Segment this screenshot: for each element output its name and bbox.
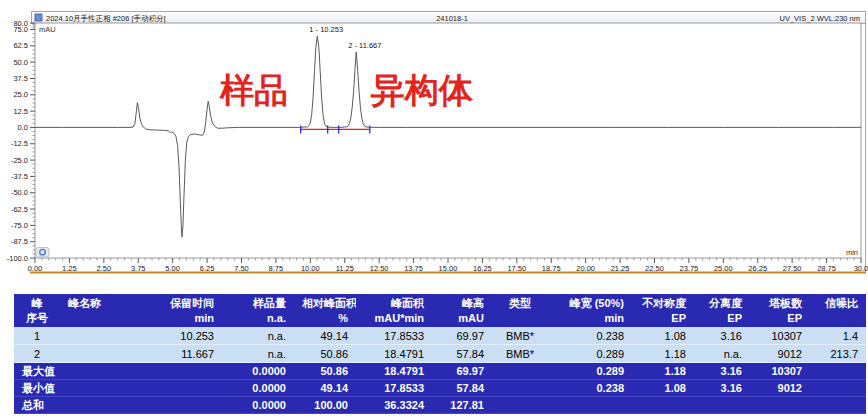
table-cell [60, 327, 150, 345]
table-cell: 0.289 [548, 345, 632, 363]
table-cell: 213.7 [810, 345, 866, 363]
table-cell: 0.289 [548, 363, 632, 380]
table-cell [150, 397, 222, 414]
table-cell: 10307 [750, 363, 810, 380]
svg-text:-37.5: -37.5 [11, 172, 28, 181]
chromatography-report: 2024.10月手性正相 #206 [手动积分] 241018-1 UV_VIS… [0, 0, 868, 414]
table-cell: 100.00 [294, 397, 356, 414]
table-cell [60, 397, 150, 414]
table-cell [548, 397, 632, 414]
table-cell [60, 363, 150, 380]
table-cell: 9012 [750, 380, 810, 397]
svg-text:50.0: 50.0 [13, 58, 28, 67]
table-cell: 17.8533 [356, 380, 432, 397]
table-cell [492, 397, 548, 414]
table-cell: 3.16 [694, 363, 750, 380]
table-cell [150, 363, 222, 380]
y-axis: 80.075.062.550.037.525.012.50.0-12.5-25.… [7, 19, 35, 263]
table-cell: 1.4 [810, 327, 866, 345]
table-cell: 127.81 [432, 397, 492, 414]
table-cell: BMB* [492, 327, 548, 345]
table-cell [492, 380, 548, 397]
table-cell: 17.8533 [356, 327, 432, 345]
table-cell [60, 345, 150, 363]
table-cell: 1.18 [632, 363, 694, 380]
svg-text:-87.5: -87.5 [11, 237, 28, 246]
svg-text:1 - 10.253: 1 - 10.253 [309, 25, 343, 34]
table-cell [632, 397, 694, 414]
table-cell: 57.84 [432, 345, 492, 363]
svg-text:-62.5: -62.5 [11, 205, 28, 214]
detector-label: UV_VIS_2 WVL:230 nm [780, 14, 860, 23]
table-cell: 最大值 [14, 363, 60, 380]
column-header-2: 峰名称 [60, 294, 150, 327]
plot-area[interactable] [35, 23, 861, 258]
svg-text:-50.0: -50.0 [11, 188, 28, 197]
table-cell: 0.238 [548, 380, 632, 397]
table-cell: 0.0000 [222, 397, 294, 414]
column-header-12: 塔板数EP [750, 294, 810, 327]
table-cell: 最小值 [14, 380, 60, 397]
table-header-row: 峰序号峰名称 保留时间min样品量n.a.相对峰面积%峰面积mAU*min峰高m… [14, 294, 866, 327]
table-cell: 18.4791 [356, 345, 432, 363]
table-cell: 18.4791 [356, 363, 432, 380]
table-cell: 11.667 [150, 345, 222, 363]
table-cell [810, 363, 866, 380]
table-cell [694, 397, 750, 414]
table-cell: 57.84 [432, 380, 492, 397]
peak-row-1[interactable]: 110.253n.a.49.1417.853369.97BMB*0.2381.0… [14, 327, 866, 345]
x-axis: 0.001.252.503.755.006.257.508.7510.0011.… [28, 258, 868, 273]
max-row[interactable]: 最大值0.000050.8618.479169.970.2891.183.161… [14, 363, 866, 380]
column-header-3: 保留时间min [150, 294, 222, 327]
table-cell: n.a. [694, 345, 750, 363]
table-cell: 0.0000 [222, 380, 294, 397]
table-cell: 69.97 [432, 327, 492, 345]
column-header-7: 峰高mAU [432, 294, 492, 327]
table-cell: 0.238 [548, 327, 632, 345]
table-cell: 3.16 [694, 327, 750, 345]
svg-text:-25.0: -25.0 [11, 156, 28, 165]
window-title: 2024.10月手性正相 #206 [手动积分] [46, 14, 166, 23]
chart-window-icon [35, 14, 42, 21]
table-cell [492, 363, 548, 380]
table-cell: 9012 [750, 345, 810, 363]
column-header-10: 不对称度EP [632, 294, 694, 327]
table-cell: 1.08 [632, 327, 694, 345]
column-header-5: 相对峰面积% [294, 294, 356, 327]
table-cell: n.a. [222, 345, 294, 363]
table-cell: 69.97 [432, 363, 492, 380]
svg-text:2 - 11.667: 2 - 11.667 [348, 41, 381, 50]
column-header-13: 信噪比 [810, 294, 866, 327]
table-cell [750, 397, 810, 414]
y-unit-label: mAU [39, 25, 56, 34]
table-cell: 1 [14, 327, 60, 345]
table-cell: 49.14 [294, 380, 356, 397]
table-cell: 1.18 [632, 345, 694, 363]
table-cell: 总和 [14, 397, 60, 414]
peak-row-2[interactable]: 211.667n.a.50.8618.479157.84BMB*0.2891.1… [14, 345, 866, 363]
table-cell: 10.253 [150, 327, 222, 345]
svg-text:37.5: 37.5 [13, 74, 28, 83]
table-cell: 1.08 [632, 380, 694, 397]
svg-text:0.0: 0.0 [18, 123, 28, 132]
table-cell: BMB* [492, 345, 548, 363]
table-cell [810, 380, 866, 397]
corner-logo-icon[interactable] [36, 248, 49, 258]
table-cell: 50.86 [294, 363, 356, 380]
table-cell [60, 380, 150, 397]
table-cell: n.a. [222, 327, 294, 345]
table-cell: 49.14 [294, 327, 356, 345]
column-header-4: 样品量n.a. [222, 294, 294, 327]
svg-text:75.0: 75.0 [13, 25, 28, 34]
table-cell [150, 380, 222, 397]
table-cell: 2 [14, 345, 60, 363]
sum-row[interactable]: 总和0.0000100.0036.3324127.81 [14, 397, 866, 414]
column-header-9: 峰宽 (50%)min [548, 294, 632, 327]
min-row[interactable]: 最小值0.000049.1417.853357.840.2381.083.169… [14, 380, 866, 397]
chromatogram-panel: 2024.10月手性正相 #206 [手动积分] 241018-1 UV_VIS… [0, 0, 868, 280]
svg-text:样品: 样品 [219, 71, 288, 109]
table-cell: 36.3324 [356, 397, 432, 414]
column-header-8: 类型 [492, 294, 548, 327]
svg-text:-75.0: -75.0 [11, 221, 28, 230]
svg-text:62.5: 62.5 [13, 41, 28, 50]
